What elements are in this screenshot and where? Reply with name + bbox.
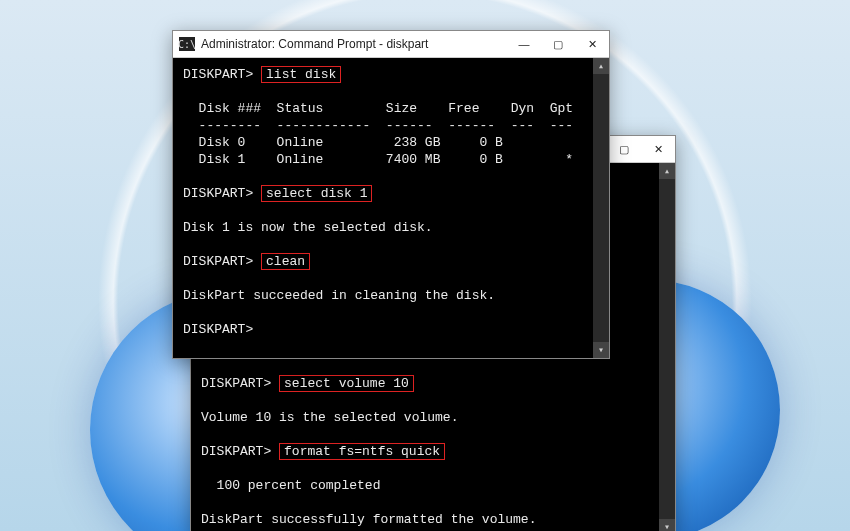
close-button[interactable]: ✕ xyxy=(575,31,609,57)
cmd-clean: clean xyxy=(261,253,310,270)
cmd-select-disk: select disk 1 xyxy=(261,185,372,202)
prompt: DISKPART> xyxy=(201,376,271,391)
scroll-down-icon[interactable]: ▾ xyxy=(659,519,675,531)
minimize-button[interactable]: — xyxy=(507,31,541,57)
prompt: DISKPART> xyxy=(183,186,253,201)
msg-disk-selected: Disk 1 is now the selected disk. xyxy=(183,220,433,235)
table-row: Disk 0 Online 238 GB 0 B xyxy=(183,135,503,150)
window-title: Administrator: Command Prompt - diskpart xyxy=(201,37,428,51)
cmd-select-volume: select volume 10 xyxy=(279,375,414,392)
close-button[interactable]: ✕ xyxy=(641,136,675,162)
msg-volume-selected: Volume 10 is the selected volume. xyxy=(201,410,458,425)
terminal-output[interactable]: DISKPART> list disk Disk ### Status Size… xyxy=(173,58,609,358)
scrollbar-vertical[interactable]: ▴ ▾ xyxy=(659,163,675,531)
maximize-button[interactable]: ▢ xyxy=(541,31,575,57)
prompt: DISKPART> xyxy=(183,254,253,269)
desktop: C:\ Administrator: Command Prompt - disk… xyxy=(0,0,850,531)
msg-clean-ok: DiskPart succeeded in cleaning the disk. xyxy=(183,288,495,303)
table-divider: -------- ------------ ------ ------ --- … xyxy=(183,118,573,133)
scroll-up-icon[interactable]: ▴ xyxy=(593,58,609,74)
prompt: DISKPART> xyxy=(183,67,253,82)
scroll-up-icon[interactable]: ▴ xyxy=(659,163,675,179)
prompt: DISKPART> xyxy=(183,322,253,337)
table-header: Disk ### Status Size Free Dyn Gpt xyxy=(183,101,573,116)
cmd-list-disk: list disk xyxy=(261,66,341,83)
cmd-format: format fs=ntfs quick xyxy=(279,443,445,460)
prompt: DISKPART> xyxy=(201,444,271,459)
msg-progress: 100 percent completed xyxy=(201,478,380,493)
msg-format-ok: DiskPart successfully formatted the volu… xyxy=(201,512,536,527)
titlebar[interactable]: C:\ Administrator: Command Prompt - disk… xyxy=(173,31,609,58)
cmd-icon: C:\ xyxy=(179,37,195,51)
scroll-down-icon[interactable]: ▾ xyxy=(593,342,609,358)
cmd-window-front[interactable]: C:\ Administrator: Command Prompt - disk… xyxy=(172,30,610,359)
maximize-button[interactable]: ▢ xyxy=(607,136,641,162)
scrollbar-vertical[interactable]: ▴ ▾ xyxy=(593,58,609,358)
table-row: Disk 1 Online 7400 MB 0 B * xyxy=(183,152,573,167)
